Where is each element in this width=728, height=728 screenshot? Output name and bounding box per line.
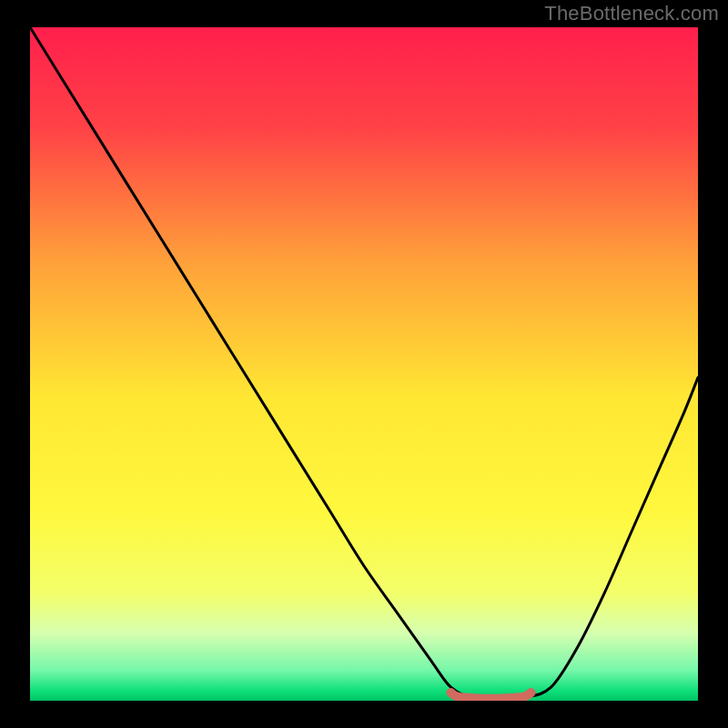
chart-stage: TheBottleneck.com [0,0,728,728]
plot-background [30,27,698,701]
svg-rect-3 [0,0,30,728]
svg-rect-2 [0,701,728,728]
bottleneck-chart [0,0,728,728]
watermark-text: TheBottleneck.com [544,2,719,25]
svg-rect-4 [698,0,728,728]
